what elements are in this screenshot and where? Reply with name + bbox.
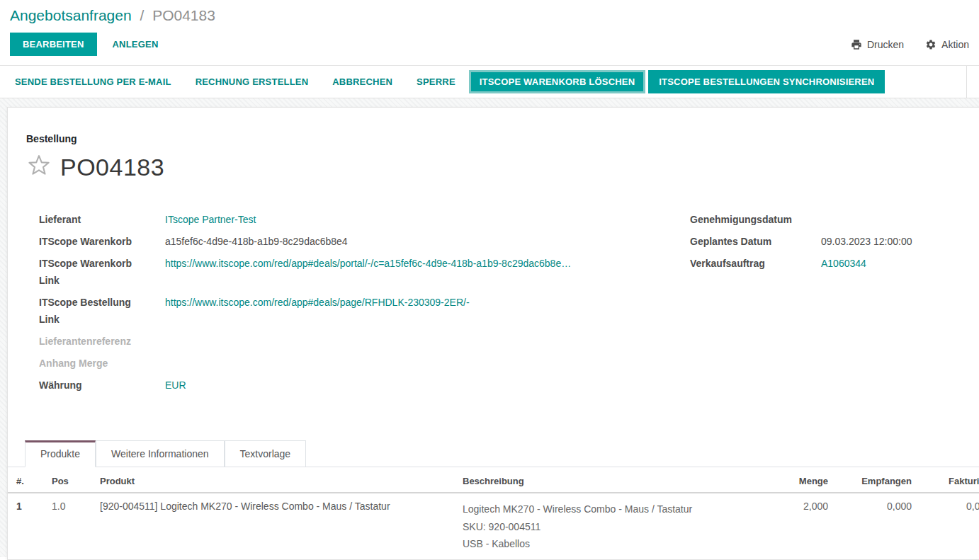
field-itscope-bestellung-link: ITScope Bestellung Link https://www.itsc… [39, 294, 680, 328]
field-geplantes-datum: Geplantes Datum 09.03.2023 12:00:00 [690, 233, 979, 250]
print-menu-button[interactable]: Drucken [851, 39, 904, 50]
control-panel: Angebotsanfragen / PO04183 BEARBEITEN AN… [0, 0, 979, 66]
field-verkaufsauftrag: Verkaufsauftrag A1060344 [690, 255, 979, 272]
order-lines-table: #. Pos Produkt Beschreibung Menge Empfan… [8, 470, 979, 560]
table-header-row: #. Pos Produkt Beschreibung Menge Empfan… [8, 470, 979, 493]
form-view-background: Bestellung PO04183 Lieferant ITscope Par… [0, 98, 979, 557]
field-label: Anhang Merge [39, 355, 165, 372]
field-label: Genehmigungsdatum [690, 211, 821, 228]
order-line-row[interactable]: 1 1.0 [920-004511] Logitech MK270 - Wire… [8, 493, 979, 560]
cart-url-link[interactable]: https://www.itscope.com/red/app#deals/po… [165, 258, 571, 269]
col-header-menge[interactable]: Menge [740, 470, 831, 493]
col-header-empfangen[interactable]: Empfangen [831, 470, 915, 493]
create-invoice-button[interactable]: RECHNUNG ERSTELLEN [187, 70, 317, 93]
col-header-produkt[interactable]: Produkt [93, 470, 463, 493]
field-label: Verkaufsauftrag [690, 255, 821, 272]
breadcrumb-parent-link[interactable]: Angebotsanfragen [10, 7, 132, 23]
field-itscope-warenkorb-link: ITScope Warenkorb Link https://www.itsco… [39, 255, 680, 289]
record-type-label: Bestellung [26, 133, 979, 144]
field-label: ITScope Bestellung Link [39, 294, 165, 328]
description-line: USB - Kabellos [463, 535, 737, 553]
cell-fakturiert: 0,000 [915, 493, 979, 560]
cell-produkt: [920-004511] Logitech MK270 - Wireless C… [93, 493, 463, 560]
description-line: Logitech MK270 - Wireless Combo - Maus /… [463, 501, 737, 518]
form-sheet: Bestellung PO04183 Lieferant ITscope Par… [7, 107, 979, 560]
statusbar: SENDE BESTELLUNG PER E-MAIL RECHNUNG ERS… [0, 66, 979, 98]
tab-weitere-informationen[interactable]: Weitere Informationen [96, 440, 224, 467]
empty-value[interactable] [165, 355, 680, 372]
action-menu-label: Aktion [941, 39, 969, 50]
planned-date-value: 09.03.2023 12:00:00 [821, 233, 979, 250]
cell-num: 1 [8, 493, 52, 560]
record-title: PO04183 [60, 154, 164, 181]
field-lieferant: Lieferant ITscope Partner-Test [39, 211, 680, 228]
cart-id-value: a15fef6c-4d9e-418b-a1b9-8c29dac6b8e4 [165, 233, 680, 250]
gear-icon [925, 39, 936, 50]
lock-button[interactable]: SPERRE [408, 70, 464, 93]
field-lieferantenreferenz: Lieferantenreferenz [39, 333, 680, 350]
tab-textvorlage[interactable]: Textvorlage [225, 440, 307, 467]
notebook: Produkte Weitere Informationen Textvorla… [8, 440, 979, 560]
create-button[interactable]: ANLEGEN [103, 33, 169, 56]
print-menu-label: Drucken [867, 39, 904, 50]
sale-order-link[interactable]: A1060344 [821, 258, 866, 269]
breadcrumb-current: PO04183 [152, 7, 215, 23]
field-label: Lieferantenreferenz [39, 333, 165, 350]
currency-link[interactable]: EUR [165, 379, 186, 391]
field-label: Geplantes Datum [690, 233, 821, 250]
field-label: Lieferant [39, 211, 165, 228]
empty-value[interactable] [165, 333, 680, 350]
favorite-star-icon[interactable] [26, 153, 52, 181]
tab-produkte[interactable]: Produkte [25, 440, 96, 467]
cell-beschreibung: Logitech MK270 - Wireless Combo - Maus /… [463, 493, 740, 560]
breadcrumb: Angebotsanfragen / PO04183 [10, 7, 969, 24]
itscope-sync-orders-button[interactable]: ITSCOPE BESTELLUNGEN SYNCHRONISIEREN [648, 70, 885, 93]
action-menu-button[interactable]: Aktion [925, 39, 969, 50]
col-header-num[interactable]: #. [8, 470, 52, 493]
cell-empfangen: 0,000 [831, 493, 915, 560]
cell-pos: 1.0 [52, 493, 93, 560]
field-itscope-warenkorb: ITScope Warenkorb a15fef6c-4d9e-418b-a1b… [39, 233, 680, 250]
field-waehrung: Währung EUR [39, 377, 680, 394]
order-url-link[interactable]: https://www.itscope.com/red/app#deals/pa… [165, 297, 470, 308]
field-group: Lieferant ITscope Partner-Test ITScope W… [8, 181, 979, 399]
printer-icon [851, 39, 862, 50]
breadcrumb-separator: / [135, 7, 148, 23]
cell-menge: 2,000 [740, 493, 831, 560]
field-label: ITScope Warenkorb [39, 233, 165, 250]
field-label: ITScope Warenkorb Link [39, 255, 165, 289]
supplier-link[interactable]: ITscope Partner-Test [165, 214, 256, 225]
field-genehmigungsdatum: Genehmigungsdatum [690, 211, 979, 228]
col-header-pos[interactable]: Pos [52, 470, 93, 493]
statusbar-divider [966, 66, 967, 98]
send-order-email-button[interactable]: SENDE BESTELLUNG PER E-MAIL [6, 70, 180, 93]
edit-button[interactable]: BEARBEITEN [10, 33, 97, 56]
itscope-delete-cart-button[interactable]: ITSCOPE WARENKORB LÖSCHEN [469, 70, 646, 93]
field-label: Währung [39, 377, 165, 394]
description-line: SKU: 920-004511 [463, 518, 737, 536]
cancel-button[interactable]: ABBRECHEN [324, 70, 401, 93]
col-header-fakturiert[interactable]: Fakturiert [915, 470, 979, 493]
empty-value[interactable] [821, 211, 979, 228]
col-header-beschreibung[interactable]: Beschreibung [463, 470, 740, 493]
field-anhang-merge: Anhang Merge [39, 355, 680, 372]
